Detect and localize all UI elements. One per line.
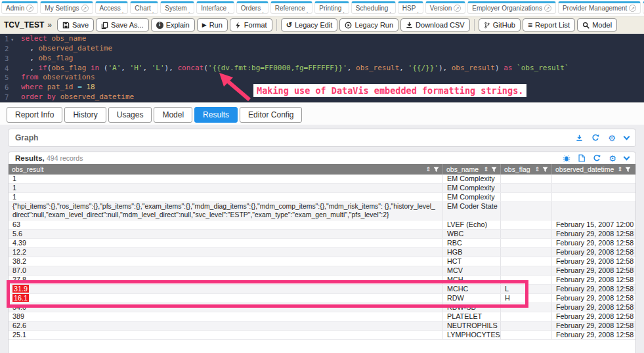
legacy-edit-button[interactable]: ↺Legacy Edit xyxy=(281,18,338,31)
cell-obs-flag xyxy=(500,220,551,229)
button-label: Legacy Edit xyxy=(295,21,332,29)
chevron-down-icon[interactable] xyxy=(624,157,629,159)
legacy-run-button[interactable]: Legacy Run xyxy=(339,18,398,31)
sort-icon[interactable]: ⇕ xyxy=(617,167,622,173)
legacy-run-icon xyxy=(345,22,352,29)
cell-observed-datetime xyxy=(551,175,634,183)
button-label: Save As... xyxy=(111,21,144,29)
code-line-5: 5from observations xyxy=(0,73,644,83)
nav-tab-employer-organizations[interactable]: Employer Organizations↗ xyxy=(467,1,556,14)
cell-obs-flag xyxy=(500,193,551,201)
cell-obs-result: 25.1 xyxy=(9,331,442,339)
annotation-callout: Making use of DataVis embedded formattin… xyxy=(253,84,526,97)
refresh-icon[interactable] xyxy=(591,134,599,142)
cell-obs-name: MCV xyxy=(442,266,500,275)
nav-tab-my-settings[interactable]: My Settings↗ xyxy=(40,1,93,14)
filter-icon[interactable] xyxy=(433,167,439,173)
cell-obs-result: 87.0 xyxy=(9,266,442,275)
nav-tab-chart[interactable]: Chart, xyxy=(130,1,158,14)
nav-tab-label: Employer Organizations xyxy=(472,5,542,12)
nav-tab-scheduling[interactable]: Scheduling, xyxy=(351,1,396,14)
report-list-button[interactable]: ≡Report List xyxy=(523,18,575,31)
sql-editor[interactable]: 1▾select obs_name2 , observed_datetime3 … xyxy=(0,34,644,102)
cell-observed-datetime: February 29, 2008 12:58 PM xyxy=(551,230,634,238)
cell-obs-flag xyxy=(500,202,551,220)
file-icon[interactable] xyxy=(578,154,585,162)
filter-icon[interactable] xyxy=(542,167,548,173)
tab-report-info[interactable]: Report Info xyxy=(7,107,62,123)
download-icon[interactable] xyxy=(576,135,583,142)
tab-history[interactable]: History xyxy=(64,107,106,123)
nav-tab-hsp[interactable]: HSP, xyxy=(398,1,423,14)
nav-tab-label: Access xyxy=(100,5,121,12)
external-link-icon: ↗ xyxy=(454,5,461,12)
gear-icon[interactable]: ⚙ xyxy=(609,154,616,163)
cell-observed-datetime: February 29, 2008 12:58 PM xyxy=(551,276,634,284)
save-as-button[interactable]: Save As... xyxy=(96,18,149,31)
download-csv-button[interactable]: Download CSV xyxy=(400,18,470,31)
graph-panel-actions: ⚙ xyxy=(576,134,629,142)
nav-tab-label: Version xyxy=(430,5,452,12)
button-label: Save xyxy=(72,21,89,29)
nav-tab-version[interactable]: Version↗ xyxy=(425,1,465,14)
cell-obs-flag xyxy=(500,312,551,321)
nav-tab-access[interactable]: Access, xyxy=(95,1,129,14)
cell-obs-name: RBC xyxy=(442,239,500,247)
explain-button[interactable]: iExplain xyxy=(151,18,195,31)
tab-model[interactable]: Model xyxy=(154,107,192,123)
run-button[interactable]: ▶Run xyxy=(197,18,228,31)
list-icon: ≡ xyxy=(528,21,532,29)
cell-observed-datetime xyxy=(551,202,634,220)
column-header-obs-name[interactable]: obs_name⇕ xyxy=(442,164,500,175)
format-button[interactable]: Format xyxy=(230,18,272,31)
sort-icon[interactable]: ⇕ xyxy=(534,167,540,173)
github-button[interactable]: GitHub xyxy=(479,18,521,31)
column-header-obs-result[interactable]: obs_result⇕ xyxy=(9,164,442,175)
gear-icon[interactable]: ⚙ xyxy=(608,134,616,142)
nav-tab-printing[interactable]: Printing, xyxy=(314,1,349,14)
results-panel-header: Results, 494 records ⚙ xyxy=(9,152,635,164)
cell-obs-flag xyxy=(500,322,551,330)
nav-tab-label: System xyxy=(165,5,186,12)
tab-results[interactable]: Results xyxy=(194,107,238,123)
table-row: 5.6WBCFebruary 29, 2008 12:58 PM xyxy=(9,230,635,239)
table-row: 87.0MCVFebruary 29, 2008 12:58 PM xyxy=(9,266,635,276)
cell-observed-datetime: February 29, 2008 12:58 PM xyxy=(551,285,634,293)
dropdown-marker-icon: , xyxy=(307,7,309,14)
cell-obs-flag xyxy=(500,248,551,257)
report-menu-chevron[interactable]: » xyxy=(47,20,52,30)
nav-tab-interface[interactable]: Interface, xyxy=(196,1,234,14)
tab-usages[interactable]: Usages xyxy=(108,107,152,123)
nav-tab-orders[interactable]: Orders, xyxy=(236,1,268,14)
cell-obs-flag xyxy=(500,175,551,183)
cell-obs-flag xyxy=(500,230,551,238)
refresh-icon[interactable] xyxy=(593,154,601,162)
formatted-result-value: 16.1 xyxy=(12,294,29,302)
column-header-obs-flag[interactable]: obs_flag⇕ xyxy=(500,164,551,175)
chevron-down-icon[interactable] xyxy=(624,137,629,139)
tab-editor-config[interactable]: Editor Config xyxy=(240,107,302,123)
save-button[interactable]: Save xyxy=(57,18,94,31)
nav-tab-provider-management[interactable]: Provider Management↗ xyxy=(558,1,641,14)
nav-tab-admin[interactable]: Admin↗ xyxy=(1,1,38,14)
report-toolbar: TCV_TEST » SaveSave As...iExplain▶RunFor… xyxy=(0,16,644,34)
code-text: from observations xyxy=(21,73,95,83)
cell-obs-result: 54.0 xyxy=(9,303,442,312)
dropdown-marker-icon: , xyxy=(343,7,345,14)
fold-arrow-icon[interactable]: ▾ xyxy=(11,37,14,43)
graph-panel-title: Graph xyxy=(15,133,38,142)
sort-icon[interactable]: ⇕ xyxy=(483,167,488,173)
history-icon: ↺ xyxy=(286,22,292,29)
top-navigation: Admin↗My Settings↗Access,Chart,System,In… xyxy=(0,0,644,16)
model-button[interactable]: Model xyxy=(577,18,617,31)
code-text: , if(obs_flag in ('A', 'H', 'L'), concat… xyxy=(21,64,569,73)
sort-icon[interactable]: ⇕ xyxy=(425,167,431,173)
column-header-observed-datetime[interactable]: observed_datetime⇕ xyxy=(551,164,634,175)
results-panel-title: Results, xyxy=(15,154,45,162)
button-label: Report List xyxy=(535,21,570,29)
nav-tab-reference[interactable]: Reference, xyxy=(270,1,313,14)
bug-icon[interactable] xyxy=(563,154,570,162)
filter-icon[interactable] xyxy=(625,167,631,173)
nav-tab-system[interactable]: System, xyxy=(160,1,194,14)
filter-icon[interactable] xyxy=(491,167,497,173)
